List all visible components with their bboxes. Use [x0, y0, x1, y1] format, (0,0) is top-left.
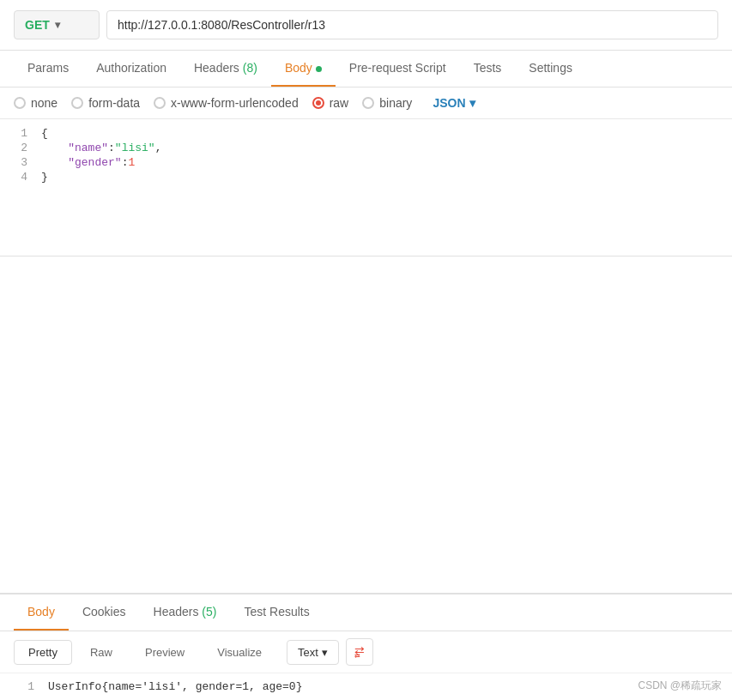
option-none[interactable]: none	[14, 96, 57, 110]
line-content-2: "name":"lisi",	[41, 142, 732, 154]
method-chevron-icon: ▾	[55, 19, 60, 31]
tab-headers[interactable]: Headers (8)	[180, 51, 271, 87]
format-visualize[interactable]: Visualize	[203, 640, 276, 665]
tab-pre-request[interactable]: Pre-request Script	[336, 51, 460, 87]
option-raw[interactable]: raw	[312, 96, 349, 110]
line-num-1: 1	[0, 127, 41, 140]
watermark: CSDN @稀疏玩家	[638, 679, 722, 693]
main-layout: GET ▾ Params Authorization Headers (8) B…	[0, 0, 732, 700]
body-active-dot	[316, 66, 322, 72]
radio-none	[14, 97, 26, 109]
request-tabs: Params Authorization Headers (8) Body Pr…	[0, 51, 732, 88]
format-raw[interactable]: Raw	[76, 640, 127, 665]
method-select[interactable]: GET ▾	[14, 10, 100, 39]
wrap-icon[interactable]: ⇄⇄	[346, 638, 373, 666]
line-num-2: 2	[0, 142, 41, 154]
radio-binary	[362, 97, 374, 109]
line-content-3: "gender":1	[41, 156, 732, 169]
line-content-1: {	[41, 127, 732, 140]
tab-tests[interactable]: Tests	[460, 51, 516, 87]
format-preview[interactable]: Preview	[130, 640, 199, 665]
line-num-4: 4	[0, 171, 41, 184]
tab-params[interactable]: Params	[14, 51, 82, 87]
tab-body[interactable]: Body	[271, 51, 336, 87]
code-line-4: 4 }	[0, 170, 732, 184]
radio-raw	[312, 97, 324, 109]
response-line-1: 1 UserInfo{name='lisi', gender=1, age=0}	[14, 680, 718, 693]
response-format-bar: Pretty Raw Preview Visualize Text ▾ ⇄⇄	[0, 631, 732, 673]
option-binary[interactable]: binary	[362, 96, 412, 110]
url-input[interactable]	[106, 10, 718, 39]
line-num-3: 3	[0, 156, 41, 169]
response-section: Body Cookies Headers (5) Test Results Pr…	[0, 593, 732, 700]
tab-authorization[interactable]: Authorization	[82, 51, 180, 87]
option-form-data[interactable]: form-data	[71, 96, 140, 110]
response-tabs: Body Cookies Headers (5) Test Results	[0, 594, 732, 631]
response-tab-body[interactable]: Body	[14, 594, 69, 631]
response-content: UserInfo{name='lisi', gender=1, age=0}	[48, 680, 302, 693]
response-tab-headers[interactable]: Headers (5)	[140, 594, 231, 631]
wrap-lines-icon: ⇄⇄	[354, 644, 365, 660]
code-line-2: 2 "name":"lisi",	[0, 141, 732, 155]
url-bar: GET ▾	[0, 0, 732, 51]
radio-urlencoded	[154, 97, 166, 109]
code-line-1: 1 {	[0, 126, 732, 141]
line-content-4: }	[41, 171, 732, 184]
code-editor[interactable]: 1 { 2 "name":"lisi", 3 "gender":1 4 }	[0, 119, 732, 256]
response-tab-cookies[interactable]: Cookies	[69, 594, 140, 631]
radio-form-data	[71, 97, 83, 109]
request-body-section: 1 { 2 "name":"lisi", 3 "gender":1 4 }	[0, 119, 732, 593]
json-type-select[interactable]: JSON ▾	[433, 96, 475, 110]
format-pretty[interactable]: Pretty	[14, 640, 72, 665]
text-type-select[interactable]: Text ▾	[287, 640, 339, 665]
response-output: 1 UserInfo{name='lisi', gender=1, age=0}	[0, 673, 732, 700]
option-x-www-form-urlencoded[interactable]: x-www-form-urlencoded	[154, 96, 299, 110]
code-line-3: 3 "gender":1	[0, 155, 732, 170]
tab-settings[interactable]: Settings	[515, 51, 586, 87]
body-options: none form-data x-www-form-urlencoded raw…	[0, 88, 732, 119]
response-tab-test-results[interactable]: Test Results	[230, 594, 323, 631]
method-label: GET	[25, 18, 50, 32]
